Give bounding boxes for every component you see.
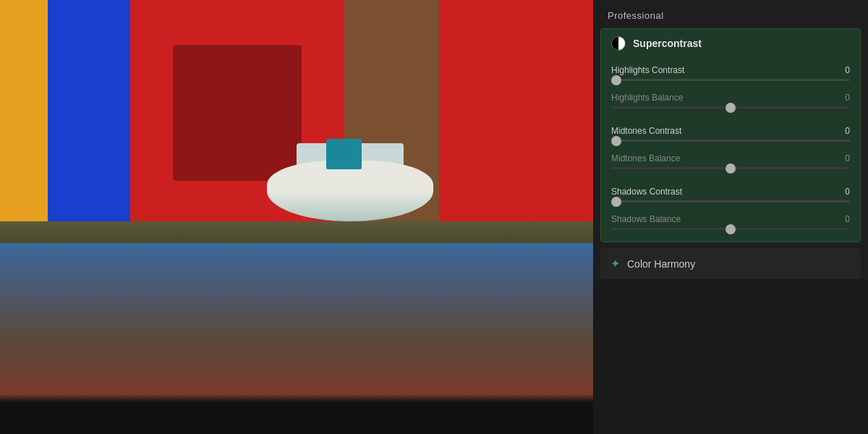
midtones-contrast-thumb[interactable] [611,136,621,146]
shadows-contrast-label: Shadows Contrast [611,187,682,197]
midtones-contrast-label: Midtones Contrast [611,126,681,136]
shadows-contrast-track[interactable] [611,200,850,203]
shadows-balance-label-row: Shadows Balance 0 [611,214,850,224]
boat-windshield [326,139,362,169]
shadows-balance-label: Shadows Balance [611,214,681,224]
shadows-contrast-label-row: Shadows Contrast 0 [611,187,850,197]
midtones-balance-label: Midtones Balance [611,153,680,163]
supercontrast-icon [611,36,626,51]
midtones-contrast-value: 0 [835,126,850,136]
midtones-balance-group: Midtones Balance 0 [611,153,850,169]
shadows-balance-value: 0 [835,214,850,224]
dock-layer [0,221,593,243]
color-harmony-icon: ✦ [610,257,620,271]
panel-header: Professional [593,0,868,28]
highlights-balance-thumb[interactable] [726,103,736,113]
highlights-balance-group: Highlights Balance 0 [611,93,850,109]
highlights-contrast-label-row: Highlights Contrast 0 [611,65,850,75]
midtones-balance-value: 0 [835,153,850,163]
supercontrast-title-row[interactable]: Supercontrast [601,29,860,58]
color-harmony-section[interactable]: ✦ Color Harmony [600,248,861,279]
photo-vignette-bottom [0,394,593,434]
highlights-balance-label: Highlights Balance [611,93,683,103]
boat-hull [267,161,433,221]
supercontrast-section: Supercontrast Highlights Contrast 0 High… [600,28,861,242]
bottom-spacer [593,279,868,434]
midtones-balance-label-row: Midtones Balance 0 [611,153,850,163]
panel-title: Professional [608,10,664,21]
color-harmony-title: Color Harmony [627,258,695,270]
building-yellow [0,0,48,226]
building-red-2 [439,0,593,226]
shadows-balance-track[interactable] [611,228,850,230]
highlights-contrast-track[interactable] [611,79,850,81]
midtones-contrast-group: Midtones Contrast 0 [611,126,850,142]
highlights-contrast-group: Highlights Contrast 0 [611,65,850,81]
midtones-balance-thumb[interactable] [726,163,736,174]
highlights-balance-value: 0 [835,93,850,103]
building-blue [48,0,131,226]
supercontrast-title: Supercontrast [633,38,702,49]
color-harmony-title-row[interactable]: ✦ Color Harmony [600,248,861,279]
shadows-balance-thumb[interactable] [726,224,736,234]
highlights-contrast-label: Highlights Contrast [611,65,684,75]
shadows-balance-group: Shadows Balance 0 [611,214,850,230]
highlights-balance-track[interactable] [611,106,850,109]
right-panel: Professional Supercontrast Highlights Co… [593,0,868,434]
midtones-contrast-label-row: Midtones Contrast 0 [611,126,850,136]
midtones-balance-track[interactable] [611,167,850,169]
shadows-contrast-value: 0 [835,187,850,197]
highlights-balance-label-row: Highlights Balance 0 [611,93,850,103]
photo-area [0,0,593,434]
highlights-contrast-thumb[interactable] [611,75,621,85]
shadows-contrast-group: Shadows Contrast 0 [611,187,850,203]
sliders-area: Highlights Contrast 0 Highlights Balance… [601,58,860,242]
shadows-contrast-thumb[interactable] [611,197,621,207]
highlights-contrast-value: 0 [835,65,850,75]
midtones-contrast-track[interactable] [611,140,850,142]
